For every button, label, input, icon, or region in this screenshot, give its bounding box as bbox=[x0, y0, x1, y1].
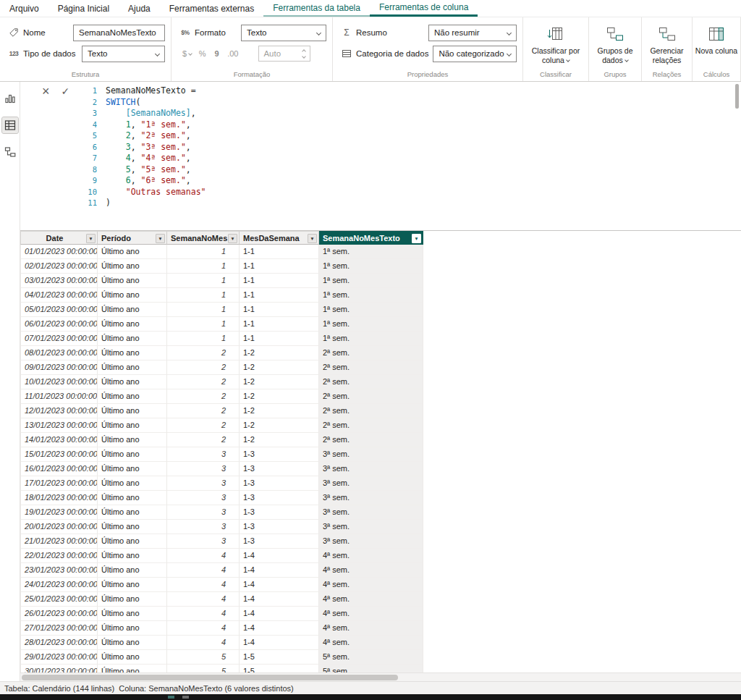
cell-semananomestexto[interactable]: 1ª sem. bbox=[319, 274, 423, 288]
cell-date[interactable]: 28/01/2023 00:00:00 bbox=[20, 636, 98, 650]
cell-date[interactable]: 11/01/2023 00:00:00 bbox=[20, 389, 98, 404]
cell-semananomes[interactable]: 1 bbox=[167, 303, 240, 317]
cell-semananomes[interactable]: 3 bbox=[167, 491, 240, 505]
datatype-dropdown[interactable]: Texto bbox=[82, 46, 165, 62]
cell-semananomes[interactable]: 3 bbox=[167, 520, 240, 534]
cell-período[interactable]: Último ano bbox=[98, 592, 167, 607]
cell-período[interactable]: Último ano bbox=[98, 346, 167, 360]
cell-semananomes[interactable]: 4 bbox=[167, 621, 240, 636]
formula-scrollbar-thumb[interactable] bbox=[735, 84, 739, 109]
cell-período[interactable]: Último ano bbox=[98, 607, 167, 621]
cell-semananomestexto[interactable]: 2ª sem. bbox=[319, 418, 423, 433]
cell-semananomes[interactable]: 4 bbox=[167, 592, 240, 607]
cell-mesdasemana[interactable]: 1-2 bbox=[240, 418, 319, 433]
column-header-semananomestexto[interactable]: SemanaNoMesTexto▼ bbox=[319, 231, 423, 245]
cell-date[interactable]: 29/01/2023 00:00:00 bbox=[20, 650, 98, 665]
cell-date[interactable]: 10/01/2023 00:00:00 bbox=[20, 375, 98, 389]
horizontal-scrollbar[interactable] bbox=[20, 672, 741, 681]
cell-semananomes[interactable]: 2 bbox=[167, 375, 240, 389]
cell-período[interactable]: Último ano bbox=[98, 665, 167, 672]
cell-semananomestexto[interactable]: 2ª sem. bbox=[319, 346, 423, 360]
cell-mesdasemana[interactable]: 1-2 bbox=[240, 433, 319, 447]
filter-dropdown-icon[interactable]: ▼ bbox=[228, 234, 237, 243]
cell-semananomestexto[interactable]: 4ª sem. bbox=[319, 549, 423, 563]
cell-mesdasemana[interactable]: 1-3 bbox=[240, 476, 319, 491]
cell-semananomestexto[interactable]: 3ª sem. bbox=[319, 491, 423, 505]
tab-ferramentas-da-tabela[interactable]: Ferramentas da tabela bbox=[263, 0, 370, 17]
cell-date[interactable]: 16/01/2023 00:00:00 bbox=[20, 462, 98, 476]
cancel-formula-button[interactable]: × bbox=[42, 85, 50, 98]
cell-semananomes[interactable]: 2 bbox=[167, 360, 240, 375]
cell-semananomestexto[interactable]: 1ª sem. bbox=[319, 317, 423, 332]
currency-format-button[interactable]: $ bbox=[180, 46, 194, 61]
cell-mesdasemana[interactable]: 1-2 bbox=[240, 360, 319, 375]
cell-período[interactable]: Último ano bbox=[98, 418, 167, 433]
cell-período[interactable]: Último ano bbox=[98, 462, 167, 476]
cell-semananomes[interactable]: 4 bbox=[167, 578, 240, 592]
cell-semananomes[interactable]: 3 bbox=[167, 462, 240, 476]
cell-período[interactable]: Último ano bbox=[98, 505, 167, 520]
tab-ajuda[interactable]: Ajuda bbox=[119, 0, 160, 17]
cell-período[interactable]: Último ano bbox=[98, 360, 167, 375]
cell-período[interactable]: Último ano bbox=[98, 404, 167, 418]
cell-semananomes[interactable]: 5 bbox=[167, 665, 240, 672]
horizontal-scrollbar-thumb[interactable] bbox=[22, 675, 398, 680]
cell-semananomes[interactable]: 1 bbox=[167, 245, 240, 259]
cell-período[interactable]: Último ano bbox=[98, 563, 167, 578]
cell-período[interactable]: Último ano bbox=[98, 534, 167, 549]
cell-semananomestexto[interactable]: 1ª sem. bbox=[319, 259, 423, 274]
cell-mesdasemana[interactable]: 1-1 bbox=[240, 317, 319, 332]
decimal-places-button[interactable]: .00 bbox=[225, 46, 240, 61]
filter-dropdown-icon[interactable]: ▼ bbox=[308, 234, 317, 243]
filter-dropdown-icon[interactable]: ▼ bbox=[412, 234, 421, 243]
cell-período[interactable]: Último ano bbox=[98, 621, 167, 636]
model-view-button[interactable] bbox=[2, 144, 18, 160]
cell-mesdasemana[interactable]: 1-1 bbox=[240, 259, 319, 274]
cell-date[interactable]: 26/01/2023 00:00:00 bbox=[20, 607, 98, 621]
new-column-button[interactable]: Nova coluna bbox=[693, 24, 740, 76]
cell-semananomes[interactable]: 4 bbox=[167, 607, 240, 621]
cell-semananomes[interactable]: 3 bbox=[167, 505, 240, 520]
cell-período[interactable]: Último ano bbox=[98, 375, 167, 389]
cell-date[interactable]: 13/01/2023 00:00:00 bbox=[20, 418, 98, 433]
cell-mesdasemana[interactable]: 1-1 bbox=[240, 288, 319, 303]
cell-mesdasemana[interactable]: 1-2 bbox=[240, 346, 319, 360]
sort-by-column-button[interactable]: Classificar por coluna bbox=[523, 24, 588, 76]
cell-semananomestexto[interactable]: 1ª sem. bbox=[319, 245, 423, 259]
cell-semananomestexto[interactable]: 4ª sem. bbox=[319, 621, 423, 636]
cell-período[interactable]: Último ano bbox=[98, 520, 167, 534]
cell-mesdasemana[interactable]: 1-3 bbox=[240, 505, 319, 520]
cell-semananomestexto[interactable]: 2ª sem. bbox=[319, 404, 423, 418]
cell-semananomes[interactable]: 2 bbox=[167, 404, 240, 418]
cell-semananomestexto[interactable]: 1ª sem. bbox=[319, 288, 423, 303]
data-category-dropdown[interactable]: Não categorizado bbox=[433, 46, 517, 62]
cell-semananomes[interactable]: 2 bbox=[167, 346, 240, 360]
cell-período[interactable]: Último ano bbox=[98, 549, 167, 563]
formula-editor[interactable]: 1SemanaNoMesTexto =2SWITCH(3 [SemanaNoMe… bbox=[78, 85, 731, 209]
cell-mesdasemana[interactable]: 1-1 bbox=[240, 274, 319, 288]
cell-período[interactable]: Último ano bbox=[98, 433, 167, 447]
tab-arquivo[interactable]: Arquivo bbox=[0, 0, 48, 17]
tab-pagina-inicial[interactable]: Página Inicial bbox=[48, 0, 119, 17]
cell-período[interactable]: Último ano bbox=[98, 650, 167, 665]
thousands-separator-button[interactable]: 9 bbox=[211, 46, 223, 61]
cell-mesdasemana[interactable]: 1-3 bbox=[240, 520, 319, 534]
filter-dropdown-icon[interactable]: ▼ bbox=[86, 234, 96, 243]
cell-semananomes[interactable]: 3 bbox=[167, 476, 240, 491]
tab-ferramentas-de-coluna[interactable]: Ferramentas de coluna bbox=[370, 0, 478, 17]
cell-semananomestexto[interactable]: 4ª sem. bbox=[319, 563, 423, 578]
cell-semananomes[interactable]: 2 bbox=[167, 389, 240, 404]
cell-mesdasemana[interactable]: 1-4 bbox=[240, 621, 319, 636]
commit-formula-button[interactable]: ✓ bbox=[61, 86, 69, 96]
tab-ferramentas-externas[interactable]: Ferramentas externas bbox=[160, 0, 263, 17]
cell-semananomestexto[interactable]: 2ª sem. bbox=[319, 433, 423, 447]
cell-date[interactable]: 17/01/2023 00:00:00 bbox=[20, 476, 98, 491]
cell-date[interactable]: 07/01/2023 00:00:00 bbox=[20, 332, 98, 346]
cell-semananomestexto[interactable]: 3ª sem. bbox=[319, 534, 423, 549]
cell-período[interactable]: Último ano bbox=[98, 476, 167, 491]
cell-semananomes[interactable]: 4 bbox=[167, 549, 240, 563]
cell-mesdasemana[interactable]: 1-3 bbox=[240, 491, 319, 505]
cell-semananomes[interactable]: 1 bbox=[167, 317, 240, 332]
cell-mesdasemana[interactable]: 1-2 bbox=[240, 404, 319, 418]
cell-período[interactable]: Último ano bbox=[98, 245, 167, 259]
